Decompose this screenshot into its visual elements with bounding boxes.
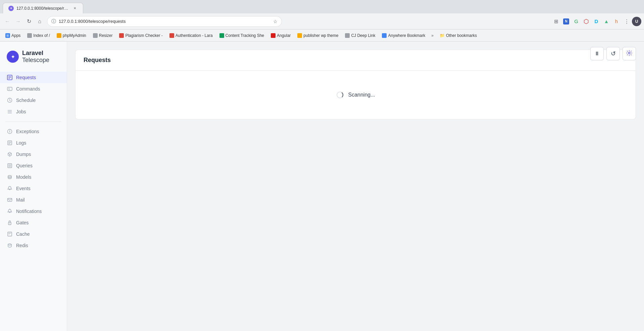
refresh-button[interactable]: ↺ (606, 47, 620, 60)
commands-label: Commands (16, 86, 40, 92)
content-header: Requests (76, 50, 636, 71)
address-bar[interactable]: ⓘ 127.0.0.1:8000/telescope/requests ☆ (47, 16, 282, 27)
active-tab[interactable]: ✦ 127.0.0.1:8000/telescope/requests ✕ (3, 3, 83, 13)
sidebar-item-events[interactable]: Events (0, 183, 67, 194)
sidebar-item-queries[interactable]: Queries (0, 160, 67, 171)
bookmarks-button[interactable]: ⊞ (551, 17, 561, 26)
content-body: Scanning... (76, 71, 636, 119)
other-bookmarks-label: Other bookmarks (446, 33, 477, 38)
exceptions-icon (7, 128, 13, 134)
sidebar-item-requests[interactable]: Requests (0, 72, 67, 83)
pause-button[interactable]: ⏸ (590, 47, 604, 60)
angular-favicon (271, 33, 276, 38)
gates-icon (7, 220, 13, 226)
sidebar-section-secondary: Exceptions Logs Dumps Queries (0, 126, 67, 251)
bookmark-apps-label: Apps (11, 33, 20, 38)
sidebar-item-redis[interactable]: Redis (0, 240, 67, 251)
honey-button[interactable]: h (612, 17, 621, 26)
sidebar-divider-1 (5, 121, 61, 122)
bookmarks-more-button[interactable]: » (429, 32, 436, 39)
cache-label: Cache (16, 231, 30, 237)
scanning-container: Scanning... (336, 91, 375, 99)
profile-avatar-text: U (635, 19, 638, 24)
dashlane-button[interactable]: D (592, 17, 601, 26)
lastpass-button[interactable]: ⬡ (582, 17, 591, 26)
settings-button[interactable] (623, 47, 636, 60)
events-icon (7, 185, 13, 191)
schedule-label: Schedule (16, 98, 36, 103)
logo-icon: ✦ (7, 51, 19, 63)
sidebar-item-logs[interactable]: Logs (0, 137, 67, 149)
auth-favicon (169, 33, 174, 38)
bookmark-publisher[interactable]: publisher wp theme (295, 32, 341, 39)
bookmark-cj-label: CJ Deep Link (351, 33, 375, 38)
sidebar-item-mail[interactable]: Mail (0, 194, 67, 206)
page-title: Requests (84, 57, 628, 64)
bookmark-authentication[interactable]: Authentication - Lara (167, 32, 215, 39)
bookmark-resizer[interactable]: Resizer (90, 32, 115, 39)
app-name: Laravel Telescope (22, 50, 60, 64)
sidebar-item-models[interactable]: Models (0, 171, 67, 183)
bookmark-star-icon[interactable]: ☆ (273, 19, 278, 24)
bookmark-angular[interactable]: Angular (268, 32, 293, 39)
other-bookmarks[interactable]: 📁 Other bookmarks (437, 32, 480, 39)
app-layout: ✦ Laravel Telescope Requests Commands (0, 42, 644, 331)
gates-label: Gates (16, 220, 29, 225)
bookmark-anywhere[interactable]: Anywhere Bookmark (379, 32, 428, 39)
home-button[interactable]: ⌂ (35, 17, 44, 26)
app-logo[interactable]: ✦ Laravel Telescope (0, 47, 67, 72)
address-text: 127.0.0.1:8000/telescope/requests (59, 19, 270, 24)
sidebar-item-notifications[interactable]: Notifications (0, 206, 67, 217)
anywhere-favicon (382, 33, 387, 38)
sidebar-item-cache[interactable]: Cache (0, 228, 67, 240)
bookmark-content-tracking[interactable]: Content Tracking She (217, 32, 267, 39)
profile-button[interactable]: U (632, 17, 641, 26)
requests-label: Requests (16, 75, 36, 80)
pause-icon: ⏸ (594, 51, 600, 57)
tab-close-button[interactable]: ✕ (72, 6, 78, 11)
forward-button[interactable]: → (13, 17, 23, 26)
reload-button[interactable]: ↻ (24, 17, 34, 26)
bookmark-publisher-label: publisher wp theme (303, 33, 338, 38)
svg-point-26 (9, 223, 10, 224)
menu-button[interactable]: ⋮ (622, 17, 631, 26)
logs-label: Logs (16, 140, 26, 146)
bookmarks-bar: ⊞ Apps Index of / phpMyAdmin Resizer Pla… (0, 30, 644, 42)
sidebar-item-dumps[interactable]: Dumps (0, 149, 67, 160)
grammarly-button[interactable]: G (572, 17, 581, 26)
exceptions-label: Exceptions (16, 129, 39, 134)
publisher-favicon (297, 33, 302, 38)
sidebar: ✦ Laravel Telescope Requests Commands (0, 42, 67, 331)
bookmark-phpmyadmin[interactable]: phpMyAdmin (54, 32, 89, 39)
redis-icon (7, 242, 13, 249)
bookmark-index-label: Index of / (33, 33, 50, 38)
sidebar-item-schedule[interactable]: Schedule (0, 95, 67, 106)
bookmark-apps[interactable]: ⊞ Apps (3, 32, 23, 39)
scanning-spinner-wrapper (336, 91, 344, 99)
sidebar-item-exceptions[interactable]: Exceptions (0, 126, 67, 137)
back-button[interactable]: ← (3, 17, 12, 26)
sidebar-item-gates[interactable]: Gates (0, 217, 67, 228)
downloads-button[interactable]: N (561, 17, 571, 26)
svg-point-23 (8, 175, 11, 177)
vuejs-button[interactable]: ▲ (602, 17, 611, 26)
toolbar-buttons: ⏸ ↺ (590, 47, 636, 60)
tab-title: 127.0.0.1:8000/telescope/requests (16, 6, 69, 11)
phpmyadmin-favicon (57, 33, 61, 38)
models-label: Models (16, 174, 31, 180)
cache-icon (7, 231, 13, 237)
mail-label: Mail (16, 197, 25, 203)
mail-icon (7, 197, 13, 203)
bookmark-plagiarism[interactable]: Plagiarism Checker - (116, 32, 165, 39)
bookmark-cj-deep-link[interactable]: CJ Deep Link (342, 32, 378, 39)
main-area: ⏸ ↺ Requests (67, 42, 644, 331)
dumps-icon (7, 151, 13, 157)
bookmark-content-label: Content Tracking She (226, 33, 264, 38)
refresh-icon: ↺ (611, 50, 616, 57)
tab-bar: ✦ 127.0.0.1:8000/telescope/requests ✕ (0, 0, 644, 13)
bookmark-index-of[interactable]: Index of / (24, 32, 52, 39)
bookmark-resizer-label: Resizer (99, 33, 113, 38)
sidebar-item-commands[interactable]: Commands (0, 83, 67, 95)
sidebar-item-jobs[interactable]: Jobs (0, 106, 67, 117)
bookmark-angular-label: Angular (277, 33, 291, 38)
